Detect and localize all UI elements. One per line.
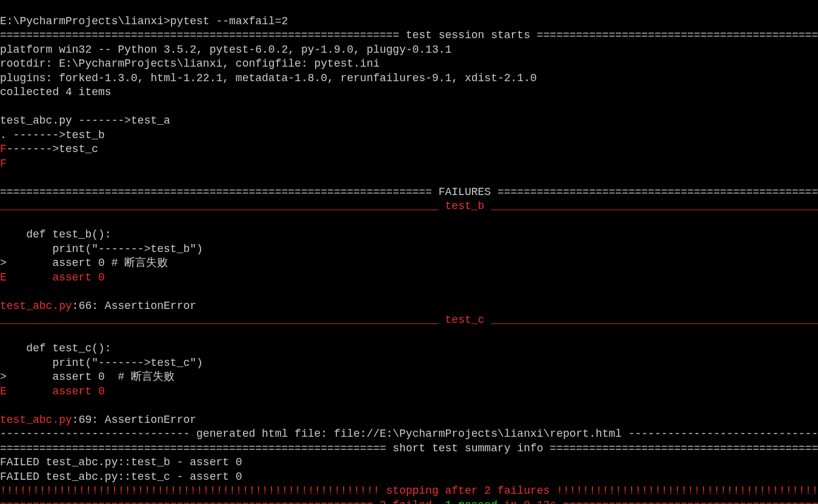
terminal-output: E:\PycharmProjects\lianxi>pytest --maxfa…: [0, 0, 818, 504]
summary-rule: ========================================…: [0, 442, 818, 454]
tb-b-error: E assert 0: [0, 271, 105, 284]
tb-c-line1: def test_c():: [0, 342, 111, 354]
failures-rule: ========================================…: [0, 186, 818, 198]
tb-b-line1: def test_b():: [0, 228, 111, 240]
tb-c-error: E assert 0: [0, 385, 105, 397]
tb-b-line2: print("------->test_b"): [0, 243, 203, 255]
stopping-line: !!!!!!!!!!!!!!!!!!!!!!!!!!!!!!!!!!!!!!!!…: [0, 485, 818, 497]
tb-c-line2: print("------->test_c"): [0, 357, 203, 369]
collected-line: collected 4 items: [0, 86, 111, 98]
progress-test-c: F------->test_c: [0, 143, 98, 155]
tb-b-location: test_abc.py:66: AssertionError: [0, 300, 196, 312]
html-report-line: ----------------------------- generated …: [0, 428, 818, 440]
failure-header-b: ________________________________________…: [0, 200, 818, 212]
tb-c-line3: > assert 0 # 断言失败: [0, 371, 175, 383]
final-result-line: ========================================…: [0, 499, 818, 505]
failed-summary-b: FAILED test_abc.py::test_b - assert 0: [0, 456, 242, 468]
failure-header-c: ________________________________________…: [0, 314, 818, 326]
progress-test-a: test_abc.py ------->test_a: [0, 114, 170, 127]
progress-test-d: F: [0, 158, 7, 170]
session-rule: ========================================…: [0, 29, 818, 41]
tb-c-location: test_abc.py:69: AssertionError: [0, 414, 196, 426]
plugins-line: plugins: forked-1.3.0, html-1.22.1, meta…: [0, 72, 537, 84]
failed-summary-c: FAILED test_abc.py::test_c - assert 0: [0, 471, 242, 483]
prompt-line: E:\PycharmProjects\lianxi>pytest --maxfa…: [0, 15, 288, 27]
rootdir-line: rootdir: E:\PycharmProjects\lianxi, conf…: [0, 58, 380, 70]
tb-b-line3: > assert 0 # 断言失败: [0, 257, 168, 269]
platform-line: platform win32 -- Python 3.5.2, pytest-6…: [0, 44, 451, 56]
progress-test-b: . ------->test_b: [0, 129, 105, 141]
